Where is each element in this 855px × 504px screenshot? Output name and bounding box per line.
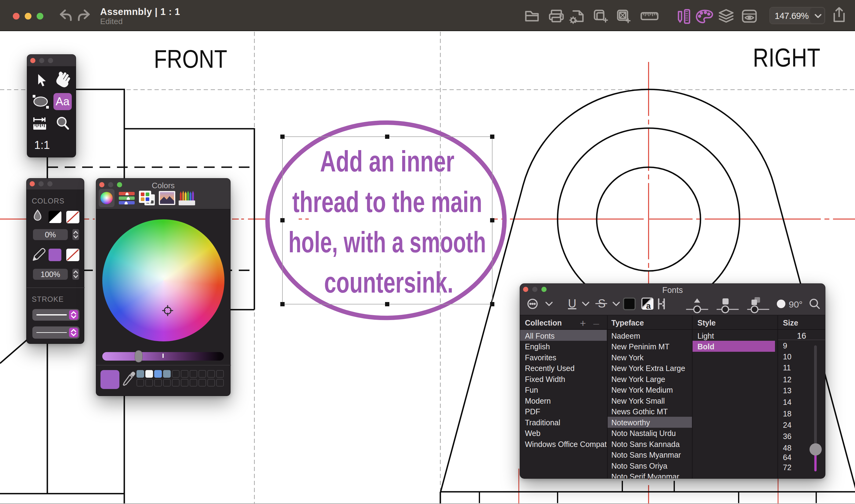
svg-text:1:1: 1:1 bbox=[34, 139, 50, 151]
svg-text:countersink.: countersink. bbox=[324, 266, 453, 299]
svg-text:thread to the main: thread to the main bbox=[292, 185, 482, 218]
svg-text:a: a bbox=[646, 302, 651, 310]
svg-text:Add an inner: Add an inner bbox=[320, 145, 454, 178]
svg-text:Aa: Aa bbox=[56, 95, 70, 108]
svg-text:90°: 90° bbox=[789, 299, 802, 309]
svg-text:RIGHT: RIGHT bbox=[753, 43, 820, 72]
svg-text:U: U bbox=[568, 297, 576, 310]
svg-text:FRONT: FRONT bbox=[154, 45, 227, 73]
svg-text:hole, with a smooth: hole, with a smooth bbox=[289, 226, 486, 258]
